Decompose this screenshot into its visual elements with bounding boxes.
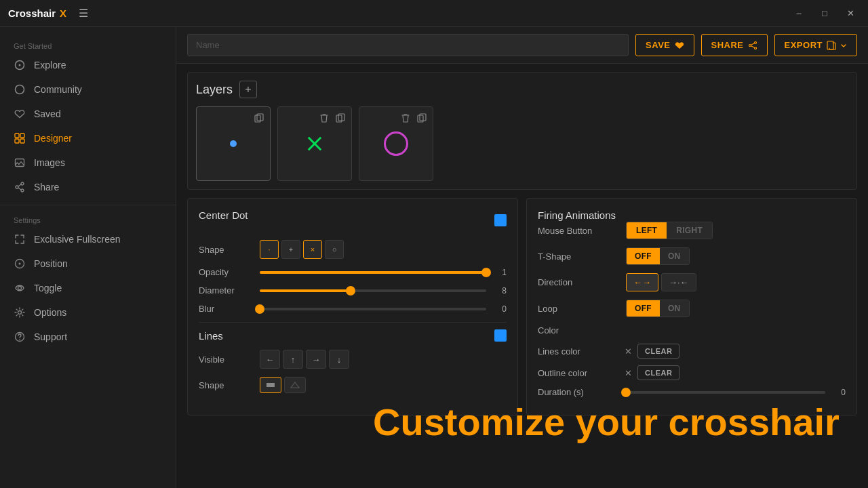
position-icon <box>14 258 26 270</box>
toggle-label: Toggle <box>34 283 62 293</box>
app-title: Crosshair <box>8 7 56 19</box>
hamburger-button[interactable]: ☰ <box>79 7 88 20</box>
lines-subsection: Lines Visible ← ↑ → ↓ Shape <box>199 322 507 393</box>
sidebar-item-toggle[interactable]: Toggle <box>0 276 176 300</box>
loop-on-button[interactable]: ON <box>660 300 689 317</box>
layer-card-1[interactable] <box>196 106 271 181</box>
center-dot-color-swatch[interactable] <box>494 214 507 226</box>
images-icon <box>14 157 26 169</box>
shape-plus-button[interactable]: + <box>281 240 300 259</box>
export-icon <box>827 41 836 50</box>
duration-slider[interactable] <box>626 391 825 394</box>
mouse-right-button[interactable]: RIGHT <box>667 222 712 239</box>
sidebar-item-position[interactable]: Position <box>0 251 176 276</box>
opacity-thumb[interactable] <box>481 268 491 277</box>
close-button[interactable]: ✕ <box>841 4 860 23</box>
share-link-icon <box>748 41 757 50</box>
save-label: SAVE <box>646 40 670 50</box>
share-button[interactable]: SHARE <box>701 34 768 56</box>
mouse-button-group: LEFT RIGHT <box>626 222 713 239</box>
sidebar-item-options[interactable]: Options <box>0 300 176 325</box>
sidebar-item-explore[interactable]: Explore <box>0 53 176 77</box>
share-btn-label: SHARE <box>711 40 744 50</box>
mouse-left-button[interactable]: LEFT <box>627 222 667 239</box>
lines-color-row: Lines color ✕ CLEAR <box>538 344 846 359</box>
layer-1-duplicate-icon[interactable] <box>252 111 266 125</box>
svg-point-2 <box>16 85 24 94</box>
layers-list <box>196 106 848 181</box>
sidebar-item-images[interactable]: Images <box>0 150 176 175</box>
name-input[interactable] <box>187 34 629 56</box>
direction-row: Direction ←→ →·← <box>538 273 846 291</box>
diameter-thumb[interactable] <box>346 286 355 296</box>
layer-3-delete-icon[interactable] <box>399 111 412 125</box>
direction-outward-button[interactable]: →·← <box>661 273 696 291</box>
svg-point-14 <box>18 311 22 314</box>
share-label: Share <box>34 182 59 192</box>
lines-shape-label: Shape <box>199 380 253 390</box>
visible-label: Visible <box>199 354 253 365</box>
diameter-slider[interactable] <box>260 289 486 292</box>
layer-2-delete-icon[interactable] <box>317 111 331 125</box>
save-button[interactable]: SAVE <box>635 34 694 56</box>
layer-card-2[interactable] <box>277 106 352 181</box>
loop-off-button[interactable]: OFF <box>627 300 660 317</box>
vis-down-button[interactable]: ↓ <box>329 350 349 369</box>
opacity-value: 1 <box>493 268 507 277</box>
blur-thumb[interactable] <box>255 304 264 314</box>
sidebar-item-community[interactable]: Community <box>0 77 176 102</box>
duration-thumb[interactable] <box>621 388 631 397</box>
export-button[interactable]: EXPORT <box>774 34 857 56</box>
blur-slider[interactable] <box>260 308 486 310</box>
shape-cross-button[interactable]: × <box>303 240 322 259</box>
lines-color-swatch[interactable] <box>494 329 507 342</box>
svg-rect-4 <box>20 134 24 138</box>
center-dot-title: Center Dot <box>199 209 248 221</box>
vis-right-button[interactable]: → <box>306 350 326 369</box>
saved-label: Saved <box>34 108 61 119</box>
shape-circle-button[interactable]: ○ <box>325 240 344 259</box>
visible-buttons: ← ↑ → ↓ <box>260 350 349 369</box>
lines-shape-triangle-button[interactable] <box>284 377 306 393</box>
content-area: Customize your crosshair SAVE SHARE EXPO… <box>176 27 868 488</box>
maximize-button[interactable]: □ <box>815 4 834 23</box>
outline-color-clear-button[interactable]: CLEAR <box>637 365 679 380</box>
lines-color-clear-button[interactable]: CLEAR <box>637 344 679 359</box>
shape-buttons: · + × ○ <box>260 240 507 259</box>
lines-shape-row: Shape <box>199 377 507 393</box>
mouse-button-label: Mouse Button <box>538 226 619 236</box>
direction-left-right-button[interactable]: ←→ <box>626 273 658 291</box>
sidebar-item-share[interactable]: Share <box>0 175 176 199</box>
opacity-slider[interactable] <box>260 271 486 274</box>
outline-color-x-button[interactable]: ✕ <box>625 368 632 378</box>
shape-dot-button[interactable]: · <box>260 240 279 259</box>
layer-2-duplicate-icon[interactable] <box>334 111 347 125</box>
direction-buttons: ←→ →·← <box>626 273 696 291</box>
lines-shape-rect-button[interactable] <box>260 377 281 393</box>
sidebar-item-exclusive-fullscreen[interactable]: Exclusive Fullscreen <box>0 227 176 251</box>
opacity-row: Opacity 1 <box>199 267 507 277</box>
layer-2-preview-cross <box>304 134 325 154</box>
tshape-off-button[interactable]: OFF <box>627 248 660 264</box>
vis-left-button[interactable]: ← <box>260 350 280 369</box>
tshape-on-button[interactable]: ON <box>660 248 689 264</box>
layer-3-duplicate-icon[interactable] <box>415 111 429 125</box>
svg-rect-26 <box>267 383 275 387</box>
exclusive-fullscreen-icon <box>14 233 26 245</box>
share-icon <box>14 181 26 193</box>
lines-color-x-button[interactable]: ✕ <box>625 346 632 357</box>
minimize-button[interactable]: – <box>789 4 808 23</box>
sidebar: Get Started Explore Community Saved <box>0 27 176 488</box>
support-icon <box>14 331 26 343</box>
layer-card-3[interactable] <box>359 106 433 181</box>
community-label: Community <box>34 84 82 95</box>
mouse-button-row: Mouse Button LEFT RIGHT <box>538 222 846 239</box>
window-controls: – □ ✕ <box>789 4 860 23</box>
loop-label: Loop <box>538 304 619 314</box>
layers-add-button[interactable]: + <box>239 81 257 98</box>
sidebar-item-designer[interactable]: Designer <box>0 126 176 150</box>
vis-up-button[interactable]: ↑ <box>283 350 303 369</box>
diameter-value: 8 <box>493 286 507 296</box>
sidebar-item-support[interactable]: Support <box>0 325 176 349</box>
sidebar-item-saved[interactable]: Saved <box>0 102 176 126</box>
